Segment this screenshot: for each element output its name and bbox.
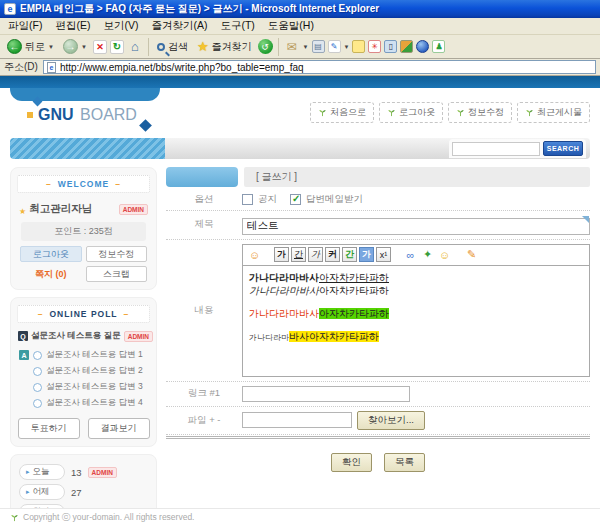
content-line: 가나다라마바사아자차카타파하 xyxy=(249,284,583,297)
forward-button[interactable]: → ▼ xyxy=(60,38,90,55)
menu-tools[interactable]: 도구(T) xyxy=(220,19,254,33)
address-input[interactable]: e http://www.empia.net/bbs/write.php?bo_… xyxy=(43,60,596,74)
header-link-home[interactable]: 처음으로 xyxy=(310,102,374,123)
refresh-button[interactable]: ↻ xyxy=(110,40,124,54)
editor-image-button[interactable]: ✦ xyxy=(420,247,435,262)
editor-smiley-button[interactable]: ☺ xyxy=(437,247,452,262)
form-divider xyxy=(166,436,590,439)
forward-dropdown-icon[interactable]: ▼ xyxy=(81,44,87,50)
messenger-alert-button[interactable]: ✳ xyxy=(368,40,381,53)
header-links: 처음으로 로그아웃 정보수정 최근게시물 xyxy=(310,102,590,123)
sprout-icon xyxy=(318,108,327,117)
history-button[interactable]: ↺ xyxy=(258,39,273,54)
scrap-button[interactable]: 스크랩 xyxy=(86,266,148,282)
content-line: 가나다라마바사아자차카타파하 xyxy=(249,307,583,320)
sprout-icon xyxy=(525,108,534,117)
mail-dropdown-icon[interactable]: ▼ xyxy=(303,44,309,50)
mail-button[interactable]: ✉ xyxy=(284,39,300,55)
file-input[interactable] xyxy=(242,412,352,428)
menu-help[interactable]: 도움말(H) xyxy=(268,19,314,33)
edit-button[interactable]: ✎ xyxy=(328,40,341,53)
reply-mail-checkbox[interactable] xyxy=(290,194,301,205)
messenger-button[interactable]: ♟ xyxy=(432,40,445,53)
stat-value: 27 xyxy=(71,487,82,498)
editor-superscript-button[interactable]: x¹ xyxy=(376,247,391,262)
editor-font-size-button[interactable]: 커 xyxy=(325,247,340,262)
notice-checkbox[interactable] xyxy=(242,194,253,205)
poll-radio-3[interactable] xyxy=(33,383,42,392)
stat-label: 오늘 xyxy=(19,464,65,480)
editor-italic-button[interactable]: 가 xyxy=(308,247,323,262)
poll-option: A 설문조사 테스트용 답변 1 xyxy=(17,347,150,363)
ie-search-button[interactable]: 검색 xyxy=(154,39,191,55)
content-row: 내용 ☺ 가 간 가 커 간 가 xyxy=(166,240,590,382)
stop-button[interactable]: ✕ xyxy=(93,40,107,54)
write-form-header: [ 글쓰기 ] xyxy=(166,167,590,187)
poll-radio-4[interactable] xyxy=(33,399,42,408)
favorites-button[interactable]: ★ 즐겨찾기 xyxy=(194,38,255,55)
subject-input[interactable] xyxy=(242,218,590,235)
subject-label: 제목 xyxy=(166,218,242,231)
welcome-box-title: –WELCOME– xyxy=(17,175,150,193)
header-link-label: 처음으로 xyxy=(330,106,366,119)
vote-button[interactable]: 투표하기 xyxy=(18,418,80,439)
a-icon: A xyxy=(19,350,29,360)
option-row: 옵션 공지 답변메일받기 xyxy=(166,189,590,211)
link-input[interactable] xyxy=(242,386,410,402)
submit-button[interactable]: 확인 xyxy=(331,453,372,472)
editor-bg-color-button[interactable]: 가 xyxy=(359,247,374,262)
discuss-button[interactable] xyxy=(352,40,365,53)
poll-radio-2[interactable] xyxy=(33,367,42,376)
sprout-icon xyxy=(387,108,396,117)
menu-favorites[interactable]: 즐겨찾기(A) xyxy=(151,19,207,33)
menu-edit[interactable]: 편집(E) xyxy=(55,19,90,33)
editor-emoticon-button[interactable]: ☺ xyxy=(247,247,262,262)
header-link-logout[interactable]: 로그아웃 xyxy=(379,102,443,123)
content-editor: ☺ 가 간 가 커 간 가 x¹ ∞ ✦ xyxy=(242,244,590,377)
page-footer: Copyright ⓒ your-domain. All rights rese… xyxy=(0,508,600,526)
browser-window: e EMPIA 메인그룹 > FAQ (자주 묻는 질문) > 글쓰기 - Mi… xyxy=(0,0,600,526)
editor-bold-button[interactable]: 가 xyxy=(274,247,289,262)
research-button[interactable]: ▯ xyxy=(384,40,397,53)
windows-button[interactable] xyxy=(400,40,413,53)
address-url: http://www.empia.net/bbs/write.php?bo_ta… xyxy=(60,62,304,73)
menu-view[interactable]: 보기(V) xyxy=(103,19,138,33)
editor-pencil-button[interactable]: ✎ xyxy=(464,247,479,262)
editor-underline-button[interactable]: 간 xyxy=(291,247,306,262)
toolbar-separator xyxy=(278,38,279,56)
back-button[interactable]: ← 뒤로 ▼ xyxy=(4,38,57,55)
print-button[interactable]: ▤ xyxy=(312,40,325,53)
header-link-edit-info[interactable]: 정보수정 xyxy=(448,102,512,123)
poll-result-button[interactable]: 결과보기 xyxy=(88,418,150,439)
editor-font-color-button[interactable]: 간 xyxy=(342,247,357,262)
site-logo[interactable]: GNU BOARD xyxy=(38,106,137,124)
poll-radio-1[interactable] xyxy=(33,351,42,360)
home-button[interactable]: ⌂ xyxy=(127,39,143,55)
content-textarea[interactable]: 가나다라마바사아자차카타파하 가나다라마바사아자차카타파하 가나다라마바사아자차… xyxy=(242,265,590,377)
header-link-recent-posts[interactable]: 최근게시물 xyxy=(517,102,590,123)
poll-box-title: –ONLINE POLL– xyxy=(17,305,150,323)
editor-link-button[interactable]: ∞ xyxy=(403,247,418,262)
star-bullet-icon xyxy=(19,200,26,218)
logout-button[interactable]: 로그아웃 xyxy=(20,246,82,262)
web-assistant-button[interactable] xyxy=(416,40,429,53)
notice-label: 공지 xyxy=(258,193,277,206)
memo-button[interactable]: 쪽지 (0) xyxy=(20,266,82,282)
back-dropdown-icon[interactable]: ▼ xyxy=(48,44,54,50)
logo-square-icon xyxy=(27,112,33,118)
menu-file[interactable]: 파일(F) xyxy=(8,19,42,33)
nav-bar-body: SEARCH xyxy=(165,138,590,159)
edit-dropdown-icon[interactable]: ▼ xyxy=(344,44,350,50)
browse-button[interactable]: 찾아보기... xyxy=(357,411,425,430)
dash-decoration: – xyxy=(124,309,130,319)
top-banner xyxy=(0,76,600,88)
edit-info-button[interactable]: 정보수정 xyxy=(86,246,148,262)
back-icon: ← xyxy=(7,39,22,54)
logo-text-board: BOARD xyxy=(80,106,137,123)
search-icon xyxy=(157,43,165,51)
site-search-input[interactable] xyxy=(452,142,540,156)
subject-row: 제목 xyxy=(166,211,590,240)
list-button[interactable]: 목록 xyxy=(384,453,425,472)
header-link-label: 정보수정 xyxy=(468,106,504,119)
site-search-button[interactable]: SEARCH xyxy=(543,141,583,156)
